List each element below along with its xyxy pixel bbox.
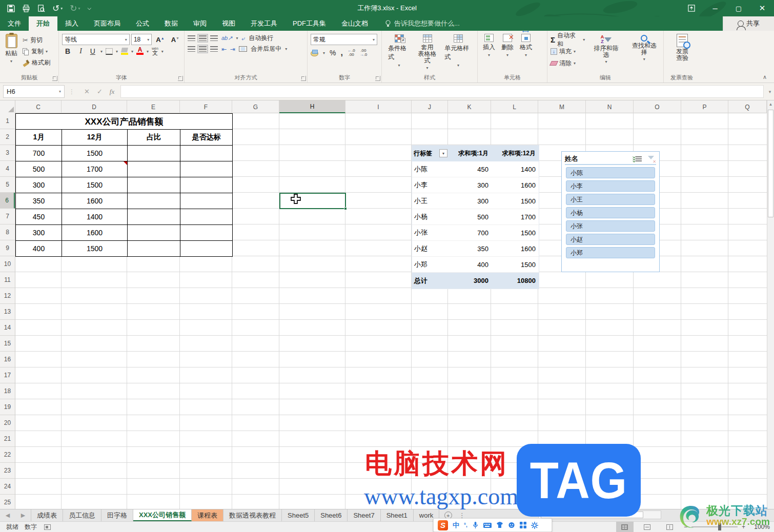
share-button[interactable]: 共享	[723, 16, 774, 31]
row-header[interactable]: 18	[0, 383, 15, 399]
slicer[interactable]: 姓名 小陈小李小王小杨小张小赵小郑	[561, 151, 660, 272]
column-header[interactable]: I	[345, 100, 412, 113]
column-header[interactable]: G	[232, 100, 279, 113]
row-header[interactable]: 4	[0, 161, 15, 177]
align-top-button[interactable]	[188, 35, 195, 41]
format-cells-button[interactable]: 格式▾	[518, 33, 534, 58]
quick-print-icon[interactable]	[22, 5, 30, 12]
sheet-tab[interactable]: 田字格	[101, 509, 133, 521]
pivot-value-cell[interactable]: 300	[449, 193, 492, 209]
row-header[interactable]: 6	[0, 193, 15, 209]
autosum-button[interactable]: Σ自动求和▾	[551, 34, 585, 45]
sheet-nav-right-icon[interactable]: ▶	[15, 509, 31, 521]
skin-icon[interactable]	[496, 522, 503, 528]
slicer-item[interactable]: 小赵	[566, 234, 655, 245]
row-header[interactable]: 3	[0, 145, 15, 161]
slicer-item[interactable]: 小杨	[566, 207, 655, 218]
customize-quick-access-icon[interactable]: ⌵	[88, 5, 92, 11]
orientation-button[interactable]: ab↗	[221, 35, 232, 42]
cell[interactable]: 1500	[62, 146, 128, 161]
cell[interactable]	[128, 209, 180, 225]
pivot-value-cell[interactable]: 1500	[492, 257, 539, 273]
pivot-label-cell[interactable]: 小张	[412, 225, 449, 241]
ribbon-tab[interactable]: 视图	[214, 16, 243, 31]
insert-function-icon[interactable]: fx	[110, 88, 114, 96]
column-header[interactable]: H	[279, 100, 345, 113]
number-format-select[interactable]: 常规▾	[311, 34, 377, 45]
slicer-item[interactable]: 小王	[566, 194, 655, 205]
slicer-item[interactable]: 小张	[566, 220, 655, 232]
row-header[interactable]: 1	[0, 113, 15, 129]
cell[interactable]: 1500	[62, 177, 128, 193]
copy-button[interactable]: 复制▾	[23, 46, 50, 57]
sales-header-cell[interactable]: 占比	[128, 130, 180, 146]
slicer-item[interactable]: 小郑	[566, 247, 655, 258]
column-header[interactable]: F	[180, 100, 232, 113]
grow-font-button[interactable]: A▲	[153, 36, 167, 44]
cancel-icon[interactable]: ✕	[84, 88, 90, 95]
row-header[interactable]: 16	[0, 352, 15, 367]
column-header[interactable]: O	[634, 100, 681, 113]
ribbon-tab[interactable]: 插入	[57, 16, 86, 31]
pivot-value-cell[interactable]: 350	[449, 241, 492, 257]
comma-style-button[interactable]: ,	[340, 48, 342, 57]
increase-indent-icon[interactable]: ⇥	[230, 46, 235, 53]
ribbon-tab[interactable]: 开发工具	[243, 16, 285, 31]
ribbon-tab[interactable]: 文件	[0, 16, 29, 31]
column-header[interactable]: D	[62, 100, 127, 113]
microphone-icon[interactable]	[472, 521, 479, 529]
font-color-button[interactable]: A	[136, 48, 144, 55]
font-dialog-launcher[interactable]	[178, 76, 183, 81]
pivot-value-cell[interactable]: 1500	[492, 225, 539, 241]
selected-cell[interactable]	[279, 193, 346, 209]
cell-styles-button[interactable]: 单元格样式▾	[441, 33, 475, 70]
sheet-tab[interactable]: XXX公司销售额	[133, 509, 192, 521]
clipboard-dialog-launcher[interactable]	[52, 76, 57, 81]
sogou-logo-icon[interactable]: S	[438, 520, 448, 530]
delete-cells-button[interactable]: 删除▾	[499, 33, 516, 58]
restore-button[interactable]: ▢	[727, 0, 750, 16]
undo-button[interactable]: ↺▾	[52, 3, 63, 14]
cell[interactable]	[180, 177, 233, 193]
ribbon-display-options-icon[interactable]	[680, 0, 703, 16]
vertical-scrollbar[interactable]: ▲	[767, 100, 774, 509]
column-header[interactable]: Q	[728, 100, 767, 113]
cell[interactable]: 1600	[62, 193, 128, 209]
cell[interactable]	[128, 225, 180, 241]
conditional-formatting-button[interactable]: ≠ 条件格式▾	[385, 33, 413, 70]
column-header[interactable]: L	[491, 100, 538, 113]
row-header[interactable]: 25	[0, 495, 15, 509]
shrink-font-button[interactable]: A▼	[169, 36, 182, 44]
pivot-label-cell[interactable]: 小郑	[412, 257, 449, 273]
cell[interactable]: 1500	[62, 241, 128, 257]
row-header[interactable]: 9	[0, 240, 15, 256]
format-as-table-button[interactable]: 套用 表格格式▾	[413, 33, 441, 70]
row-header[interactable]: 19	[0, 399, 15, 415]
cell[interactable]	[180, 241, 233, 257]
page-break-view-button[interactable]	[661, 522, 679, 532]
pivot-value-cell[interactable]: 700	[449, 225, 492, 241]
sheet-nav-left-icon[interactable]: ◀	[0, 509, 15, 521]
cell[interactable]	[180, 225, 233, 241]
cell[interactable]: 450	[16, 209, 62, 225]
cell[interactable]: 700	[16, 146, 62, 161]
pivot-label-cell[interactable]: 小杨	[412, 209, 449, 225]
row-header[interactable]: 21	[0, 431, 15, 447]
row-header[interactable]: 20	[0, 415, 15, 431]
row-header[interactable]: 11	[0, 272, 15, 288]
pivot-label-cell[interactable]: 小李	[412, 177, 449, 193]
pivot-value-cell[interactable]: 1700	[492, 209, 539, 225]
ribbon-tab[interactable]: 开始	[29, 16, 57, 31]
fill-color-button[interactable]	[121, 48, 128, 55]
row-header[interactable]: 12	[0, 288, 15, 304]
column-header[interactable]: J	[412, 100, 448, 113]
merge-center-button[interactable]: 合并后居中	[251, 45, 281, 53]
column-header[interactable]: N	[586, 100, 634, 113]
format-painter-button[interactable]: 格式刷	[23, 57, 50, 68]
align-middle-button[interactable]	[199, 35, 207, 41]
save-icon[interactable]	[7, 5, 15, 12]
column-header[interactable]: E	[127, 100, 180, 113]
pivot-filter-dropdown-icon[interactable]: ▾	[439, 149, 447, 157]
insert-cells-button[interactable]: 插入▾	[481, 33, 497, 58]
pivot-value-cell[interactable]: 450	[449, 161, 492, 177]
